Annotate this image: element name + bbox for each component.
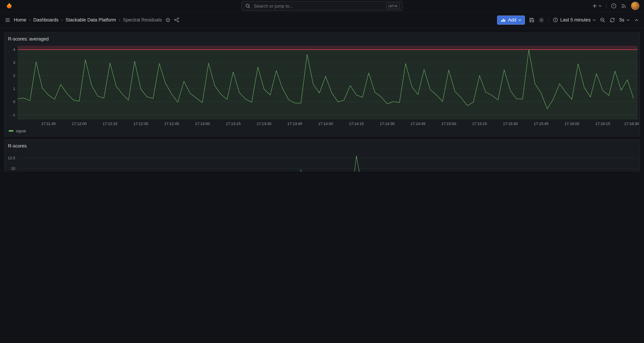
grafana-logo[interactable] — [5, 2, 13, 10]
breadcrumb-separator: › — [29, 17, 30, 23]
refresh-interval-label: 5s — [619, 17, 624, 23]
plus-icon — [592, 3, 597, 9]
svg-text:17:16:30: 17:16:30 — [624, 122, 639, 126]
svg-text:10: 10 — [11, 166, 15, 171]
panel-title: R-scores: averaged — [8, 36, 49, 41]
svg-text:17:15:45: 17:15:45 — [534, 122, 548, 126]
svg-text:12.5: 12.5 — [8, 156, 15, 160]
svg-text:17:14:00: 17:14:00 — [318, 122, 333, 126]
share-icon — [174, 17, 179, 23]
svg-text:17:14:45: 17:14:45 — [410, 122, 425, 126]
save-icon — [529, 17, 535, 23]
panel-header[interactable]: R-scores — [4, 140, 640, 151]
breadcrumb-current-dashboard: Spectral Residuals — [123, 17, 162, 23]
panel-r-scores-averaged: R-scores: averaged -10123417:11:4517:12:… — [4, 32, 640, 136]
svg-text:17:13:45: 17:13:45 — [287, 122, 302, 126]
svg-text:1: 1 — [13, 87, 15, 91]
breadcrumb: Home › Dashboards › Stackable Data Platf… — [14, 17, 162, 23]
toolbar-actions: Add — [497, 16, 639, 25]
panel-add-icon — [501, 17, 506, 23]
share-button[interactable] — [174, 16, 179, 25]
clock-icon — [553, 17, 558, 23]
svg-text:-1: -1 — [12, 113, 15, 117]
add-button-label: Add — [508, 17, 516, 23]
svg-text:17:16:00: 17:16:00 — [564, 122, 579, 126]
dashboard-toolbar: Home › Dashboards › Stackable Data Platf… — [0, 12, 644, 28]
add-panel-button[interactable]: Add — [497, 16, 525, 25]
zoom-out-button[interactable] — [600, 16, 606, 25]
panel-title: R-scores — [8, 143, 27, 148]
hamburger-menu-icon — [5, 17, 10, 23]
svg-text:17:15:00: 17:15:00 — [441, 122, 456, 126]
refresh-interval-picker[interactable]: 5s — [619, 16, 630, 25]
svg-text:17:16:15: 17:16:15 — [595, 122, 610, 126]
svg-text:17:14:30: 17:14:30 — [380, 122, 394, 126]
chevron-down-icon — [598, 5, 602, 7]
refresh-icon — [610, 17, 615, 23]
svg-text:2: 2 — [13, 73, 15, 78]
breadcrumb-separator: › — [61, 17, 63, 23]
svg-text:?: ? — [613, 4, 614, 8]
svg-text:17:12:45: 17:12:45 — [164, 122, 179, 126]
dashboard-settings-button[interactable] — [539, 16, 544, 25]
svg-text:0: 0 — [13, 100, 15, 104]
svg-text:17:11:45: 17:11:45 — [41, 122, 56, 126]
legend-label: signal — [16, 129, 26, 133]
help-icon: ? — [611, 3, 616, 9]
refresh-button[interactable] — [610, 16, 615, 25]
time-range-label: Last 5 minutes — [560, 17, 591, 23]
gear-icon — [539, 17, 544, 23]
grafana-flame-icon — [5, 2, 13, 10]
user-avatar[interactable] — [631, 2, 639, 10]
chevron-down-icon — [518, 19, 522, 21]
chevron-down-icon — [626, 19, 630, 21]
divider — [548, 17, 549, 23]
svg-text:17:15:30: 17:15:30 — [503, 122, 518, 126]
dashboard-canvas: R-scores: averaged -10123417:11:4517:12:… — [0, 28, 644, 172]
svg-text:4: 4 — [13, 48, 15, 52]
legend-swatch — [9, 130, 14, 132]
chevron-up-icon — [634, 17, 639, 23]
panel-r-scores: R-scores -2.502.557.51012.517:11:4517:12… — [4, 139, 640, 172]
svg-text:17:12:30: 17:12:30 — [133, 122, 148, 126]
svg-text:17:13:15: 17:13:15 — [226, 122, 240, 126]
chart-legend: signal — [4, 127, 640, 136]
chart-svg: -2.502.557.51012.517:11:4517:12:0017:12:… — [4, 151, 640, 172]
favorite-star-button[interactable] — [165, 16, 170, 25]
svg-text:17:12:00: 17:12:00 — [72, 122, 87, 126]
star-icon — [165, 17, 170, 23]
chart-svg: -10123417:11:4517:12:0017:12:1517:12:301… — [4, 44, 640, 127]
svg-text:17:15:15: 17:15:15 — [472, 122, 487, 126]
breadcrumb-dashboards[interactable]: Dashboards — [34, 17, 59, 23]
timeseries-chart[interactable]: -10123417:11:4517:12:0017:12:1517:12:301… — [4, 44, 640, 127]
breadcrumb-separator: › — [119, 17, 120, 23]
svg-text:17:14:15: 17:14:15 — [349, 122, 364, 126]
svg-text:17:13:00: 17:13:00 — [195, 122, 210, 126]
search-bar[interactable]: ctrl+k — [242, 1, 403, 11]
time-range-picker[interactable]: Last 5 minutes — [553, 16, 596, 25]
top-nav-bar: ctrl+k ? — [0, 0, 644, 12]
topbar-actions: ? — [592, 2, 639, 11]
grafana-app: ctrl+k ? — [0, 0, 644, 172]
collapse-toolbar-button[interactable] — [634, 16, 639, 25]
divider — [606, 3, 606, 9]
svg-text:17:13:30: 17:13:30 — [256, 122, 272, 126]
mega-menu-button[interactable] — [5, 16, 10, 25]
breadcrumb-home[interactable]: Home — [14, 17, 26, 23]
rss-icon — [621, 3, 626, 9]
save-dashboard-button[interactable] — [529, 16, 535, 25]
chevron-down-icon — [593, 19, 596, 21]
zoom-out-icon — [600, 17, 606, 23]
search-icon — [245, 3, 250, 9]
news-button[interactable] — [621, 2, 626, 11]
breadcrumb-folder[interactable]: Stackable Data Platform — [66, 17, 116, 23]
add-new-menu-button[interactable] — [592, 2, 602, 11]
panel-header[interactable]: R-scores: averaged — [4, 33, 640, 44]
search-shortcut-kbd: ctrl+k — [386, 3, 400, 9]
help-button[interactable]: ? — [611, 2, 616, 11]
timeseries-chart[interactable]: -2.502.557.51012.517:11:4517:12:0017:12:… — [4, 151, 640, 172]
search-input[interactable] — [253, 3, 384, 9]
legend-item-signal[interactable]: signal — [9, 129, 26, 133]
svg-text:3: 3 — [13, 61, 15, 65]
svg-text:17:12:15: 17:12:15 — [102, 122, 118, 126]
